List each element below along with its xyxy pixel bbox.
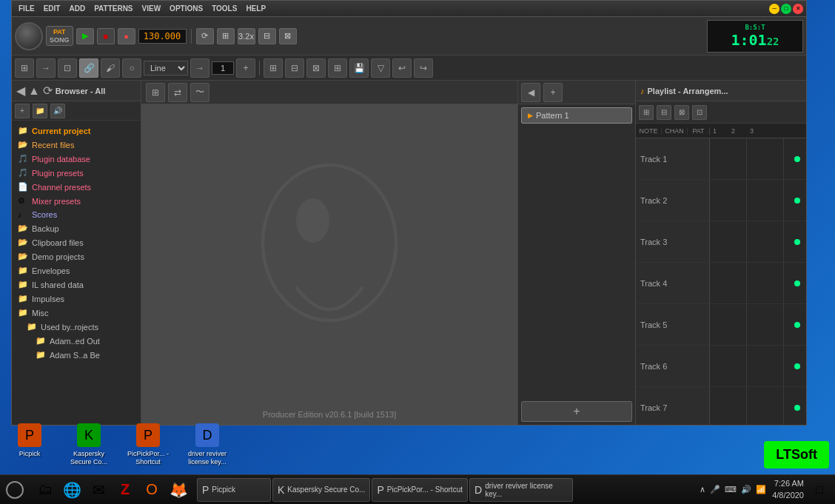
menu-options[interactable]: OPTIONS [166,3,207,14]
pattern-add-button[interactable]: + [521,401,632,422]
browser-item-used-by[interactable]: 📁 Used by..rojects [12,320,141,334]
track-6-grid[interactable] [710,346,806,386]
menu-tools[interactable]: TOOLS [208,3,241,14]
pattern-icon[interactable]: ⊞ [217,28,235,44]
browser-item-envelopes[interactable]: 📁 Envelopes [12,263,141,278]
browser-up-icon[interactable]: ▲ [28,84,40,98]
browser-back-icon[interactable]: ◀ [16,84,25,98]
minimize-button[interactable]: ─ [769,4,779,14]
redo-icon[interactable]: ↪ [414,58,433,78]
menu-file[interactable]: FILE [15,3,38,14]
menu-add[interactable]: ADD [65,3,89,14]
browser-speaker-icon[interactable]: 🔊 [50,104,65,118]
browser-item-current-project[interactable]: 📁 Current project [12,124,141,138]
split-icon[interactable]: ⊟ [285,58,304,78]
seq-curve-icon[interactable]: 〜 [190,83,209,102]
taskbar-window-kaspersky[interactable]: K Kaspersky Secure Co... [272,478,370,502]
maximize-button[interactable]: □ [781,4,791,14]
stop-button[interactable]: ■ [97,28,115,44]
browser-item-demo[interactable]: 📂 Demo projects [12,249,141,263]
step-sequencer-icon[interactable]: ⊞ [15,58,34,78]
browser-item-impulses[interactable]: 📁 Impulses [12,292,141,306]
pattern-item-1[interactable]: Pattern 1 [521,107,632,124]
mute-icon[interactable]: ○ [122,58,141,78]
track-2-grid[interactable] [710,180,806,221]
browser-item-misc[interactable]: 📁 Misc [12,306,141,320]
taskbar-opera[interactable]: O [139,477,164,503]
start-button[interactable] [0,475,30,505]
step-seq-content[interactable]: Producer Edition v20.6.1 [build 1513] [141,104,517,425]
menu-help[interactable]: HELP [242,3,269,14]
playlist-tool-3[interactable]: ⊠ [674,105,689,120]
browser-folder-icon[interactable]: 📁 [33,104,47,118]
play-button[interactable]: ▶ [76,28,94,44]
desktop-icon-driver[interactable]: D driver reviver license key... [178,419,237,471]
browser-item-recent-files[interactable]: 📂 Recent files [12,138,141,152]
track-5-grid[interactable] [710,304,806,345]
taskbar-window-driver[interactable]: D driver reviver license key... [469,478,573,502]
browser-refresh-icon[interactable]: ⟳ [43,84,53,98]
pattern-add-icon[interactable]: + [543,83,563,102]
arrow-right-icon[interactable]: → [36,58,56,78]
plus-icon[interactable]: + [236,58,255,78]
browser-item-plugin-database[interactable]: 🎵 Plugin database [12,152,141,166]
loop-icon[interactable]: ⟳ [196,28,214,44]
notification-button[interactable]: □ [810,480,829,500]
taskbar-window-picpickpor[interactable]: P PicPickPor... - Shortcut [372,478,468,502]
taskbar-mail[interactable]: ✉ [86,477,111,503]
tray-volume-icon[interactable]: 🔊 [741,485,751,494]
desktop-icon-picpick[interactable]: P Picpick [0,419,59,471]
browser-item-adam-ed[interactable]: 📁 Adam..ed Out [12,334,141,348]
stamp-icon[interactable]: 🖌 [101,58,120,78]
tempo-tap[interactable]: 3.2x [238,28,255,44]
line-dropdown[interactable]: Line Smooth [144,61,188,75]
taskbar-explorer[interactable]: 🗂 [33,477,58,503]
browser-new-icon[interactable]: + [15,104,30,118]
taskbar-window-picpick[interactable]: P Picpick [197,478,271,502]
pattern-prev-icon[interactable]: ◀ [521,83,540,102]
browser-item-adam-sa[interactable]: 📁 Adam S..a Be [12,348,141,362]
browser-item-backup[interactable]: 📂 Backup [12,221,141,235]
menu-patterns[interactable]: PATTERNS [90,3,136,14]
pat-song-toggle[interactable]: PAT SONG [46,26,73,47]
arrow-icon2[interactable]: → [190,58,209,78]
snap-icon[interactable]: ⊠ [279,28,297,44]
browser-item-scores[interactable]: ♪ Scores [12,208,141,221]
tray-up-icon[interactable]: ∧ [700,485,705,494]
merge-icon[interactable]: ⊠ [306,58,326,78]
taskbar-firefox[interactable]: 🦊 [166,477,191,503]
save-icon[interactable]: 💾 [349,58,369,78]
playlist-tool-2[interactable]: ⊟ [657,105,671,120]
taskbar-zoho[interactable]: Z [113,477,138,503]
seq-channel-icon[interactable]: ⊞ [146,83,165,102]
browser-item-clipboard[interactable]: 📂 Clipboard files [12,235,141,249]
record-button[interactable]: ● [118,28,135,44]
seq-swap-icon[interactable]: ⇄ [168,83,187,102]
track-1-grid[interactable] [710,138,806,179]
browser-item-plugin-presets[interactable]: 🎵 Plugin presets [12,166,141,180]
menu-edit[interactable]: EDIT [40,3,64,14]
taskbar-edge[interactable]: 🌐 [59,477,84,503]
browser-item-mixer-presets[interactable]: ⚙ Mixer presets [12,194,141,208]
browser-item-il-shared[interactable]: 📁 IL shared data [12,278,141,292]
chain-icon[interactable]: 🔗 [79,58,98,78]
select-icon[interactable]: ⊡ [58,58,77,78]
desktop-icon-kaspersky[interactable]: K Kaspersky Secure Co... [59,419,118,471]
main-knob[interactable] [15,22,43,50]
undo-icon[interactable]: ↩ [392,58,412,78]
clock-display[interactable]: 7:26 AM 4/8/2020 [772,478,804,501]
track-4-grid[interactable] [710,263,806,303]
plugin-icon[interactable]: ⊞ [328,58,347,78]
menu-view[interactable]: VIEW [138,3,165,14]
grid-icon[interactable]: ⊞ [264,58,283,78]
track-3-grid[interactable] [710,221,806,262]
filter-icon[interactable]: ▽ [371,58,390,78]
browser-item-channel-presets[interactable]: 📄 Channel presets [12,180,141,194]
playlist-tool-1[interactable]: ⊞ [639,105,654,120]
mixer-icon[interactable]: ⊟ [258,28,276,44]
track-7-grid[interactable] [710,387,806,425]
playlist-tool-4[interactable]: ⊡ [692,105,707,120]
desktop-icon-picpickpor[interactable]: P PicPickPor... - Shortcut [118,419,178,471]
bpm-display[interactable]: 130.000 [138,29,187,44]
close-button[interactable]: ✕ [793,4,803,14]
